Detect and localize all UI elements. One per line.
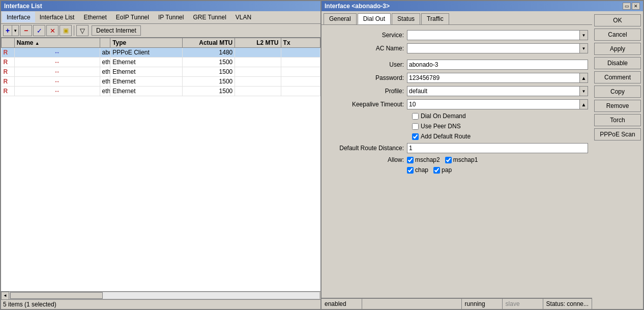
apply-button[interactable]: ✓	[33, 25, 45, 36]
col-tx-header[interactable]: Tx	[281, 38, 320, 48]
scroll-track[interactable]	[10, 292, 320, 299]
row-l2mtu	[235, 87, 281, 96]
default-route-distance-input[interactable]	[407, 143, 588, 153]
eth-icon: ↔	[14, 77, 100, 87]
menu-eoip-tunnel[interactable]: EoIP Tunnel	[111, 12, 154, 23]
profile-input[interactable]	[407, 86, 580, 96]
close-window-button[interactable]: ✕	[632, 3, 640, 10]
table-row[interactable]: R↔ether2Ethernet1500	[2, 67, 320, 77]
service-row: Service: ▼	[326, 30, 588, 40]
row-tx	[281, 48, 320, 58]
row-name: ether1	[100, 58, 110, 67]
table-row[interactable]: R↔ether4Ethernet1500	[2, 87, 320, 96]
password-row: Password: ▲	[326, 73, 588, 83]
comment-button[interactable]: Comment	[594, 71, 641, 83]
row-actual-mtu: 1480	[183, 48, 235, 58]
mschap2-checkbox[interactable]	[407, 157, 414, 163]
password-input[interactable]	[407, 73, 580, 83]
table-row[interactable]: R↔ether3Ethernet1500	[2, 77, 320, 87]
apply-button-right[interactable]: Apply	[594, 43, 641, 55]
scroll-left-arrow[interactable]: ◄	[1, 292, 9, 300]
table-row[interactable]: R↔ether1Ethernet1500	[2, 58, 320, 67]
add-dropdown-icon[interactable]: ▼	[12, 25, 18, 36]
use-peer-dns-checkbox[interactable]	[412, 123, 419, 130]
cancel-button-right[interactable]: Cancel	[594, 29, 641, 41]
table-row[interactable]: R↔abonado-3PPPoE Client1480	[2, 48, 320, 58]
col-type-header[interactable]: Type	[110, 38, 183, 48]
password-toggle-btn[interactable]: ▲	[580, 73, 588, 83]
allow-row: Allow: mschap2 mschap1	[326, 156, 588, 163]
tab-general[interactable]: General	[324, 13, 357, 24]
keepalive-input[interactable]	[407, 99, 580, 109]
pppoe-scan-button[interactable]: PPPoE Scan	[594, 128, 641, 140]
row-name: ether3	[100, 77, 110, 87]
right-title-text: Interface <abonado-3>	[325, 3, 390, 10]
add-default-route-checkbox[interactable]	[412, 133, 419, 140]
right-panel-body: General Dial Out Status Traffic Service:	[321, 11, 643, 309]
row-type: Ethernet	[110, 77, 183, 87]
default-route-distance-row: Default Route Distance:	[326, 143, 588, 153]
mschap2-item: mschap2	[407, 156, 440, 163]
ac-name-input[interactable]	[407, 43, 580, 53]
pap-label: pap	[442, 166, 452, 174]
dial-on-demand-checkbox[interactable]	[412, 113, 419, 120]
menu-bar: Interface Interface List Ethernet EoIP T…	[1, 11, 320, 24]
service-input-group: ▼	[407, 30, 588, 40]
menu-interface-list[interactable]: Interface List	[35, 12, 79, 23]
horizontal-scrollbar[interactable]: ◄	[1, 291, 320, 299]
left-panel-title: Interface List	[1, 1, 320, 11]
tab-dial-out[interactable]: Dial Out	[358, 13, 391, 24]
ok-button[interactable]: OK	[594, 14, 641, 26]
row-name: ether2	[100, 67, 110, 77]
menu-gre-tunnel[interactable]: GRE Tunnel	[188, 12, 230, 23]
password-input-group: ▲	[407, 73, 588, 83]
tab-traffic[interactable]: Traffic	[421, 13, 449, 24]
status-conn: Status: conne...	[543, 299, 592, 309]
right-panel-title: Interface <abonado-3> ▭ ✕	[321, 1, 643, 11]
allow-row-2: chap pap	[326, 166, 588, 174]
interface-list-panel: Interface List Interface Interface List …	[0, 0, 321, 310]
restore-window-button[interactable]: ▭	[623, 3, 631, 10]
ac-name-label: AC Name:	[326, 45, 407, 52]
status-slave: slave	[503, 299, 543, 309]
service-dropdown-btn[interactable]: ▼	[580, 30, 588, 40]
remove-button-right[interactable]: Remove	[594, 100, 641, 112]
tab-status[interactable]: Status	[392, 13, 420, 24]
col-actual-mtu-header[interactable]: Actual MTU	[183, 38, 235, 48]
copy-button[interactable]: Copy	[594, 86, 641, 98]
torch-button[interactable]: Torch	[594, 114, 641, 126]
default-route-distance-label: Default Route Distance:	[326, 145, 407, 152]
allow-label: Allow:	[326, 156, 407, 163]
col-status	[2, 38, 15, 48]
remove-button[interactable]: −	[20, 25, 32, 36]
col-name-header[interactable]: Name ▲	[14, 38, 100, 48]
scroll-thumb[interactable]	[10, 292, 103, 299]
service-input[interactable]	[407, 30, 580, 40]
user-row: User:	[326, 60, 588, 70]
menu-ip-tunnel[interactable]: IP Tunnel	[154, 12, 188, 23]
profile-dropdown-btn[interactable]: ▼	[580, 86, 588, 96]
keepalive-input-group: ▲	[407, 99, 588, 109]
cancel-button[interactable]: ✕	[46, 25, 58, 36]
col-l2mtu-header[interactable]: L2 MTU	[235, 38, 281, 48]
menu-ethernet[interactable]: Ethernet	[79, 12, 111, 23]
menu-interface[interactable]: Interface	[2, 12, 35, 23]
ac-name-dropdown-btn[interactable]: ▼	[580, 43, 588, 53]
user-input[interactable]	[407, 60, 588, 70]
add-icon[interactable]: +	[4, 25, 12, 36]
disable-button[interactable]: Disable	[594, 57, 641, 69]
mschap1-checkbox[interactable]	[445, 157, 452, 163]
status-running: running	[462, 299, 503, 309]
user-label: User:	[326, 61, 407, 68]
row-type: PPPoE Client	[110, 48, 183, 58]
add-button[interactable]: + ▼	[3, 25, 19, 36]
chap-checkbox[interactable]	[407, 167, 414, 174]
keepalive-up-btn[interactable]: ▲	[580, 99, 588, 109]
filter-button[interactable]: ▽	[76, 25, 89, 36]
row-type: Ethernet	[110, 87, 183, 96]
detect-internet-button[interactable]: Detect Internet	[92, 25, 141, 36]
menu-vlan[interactable]: VLAN	[231, 12, 256, 23]
toolbar-separator	[74, 25, 74, 36]
folder-button[interactable]: ▣	[60, 25, 72, 36]
pap-checkbox[interactable]	[433, 167, 440, 174]
